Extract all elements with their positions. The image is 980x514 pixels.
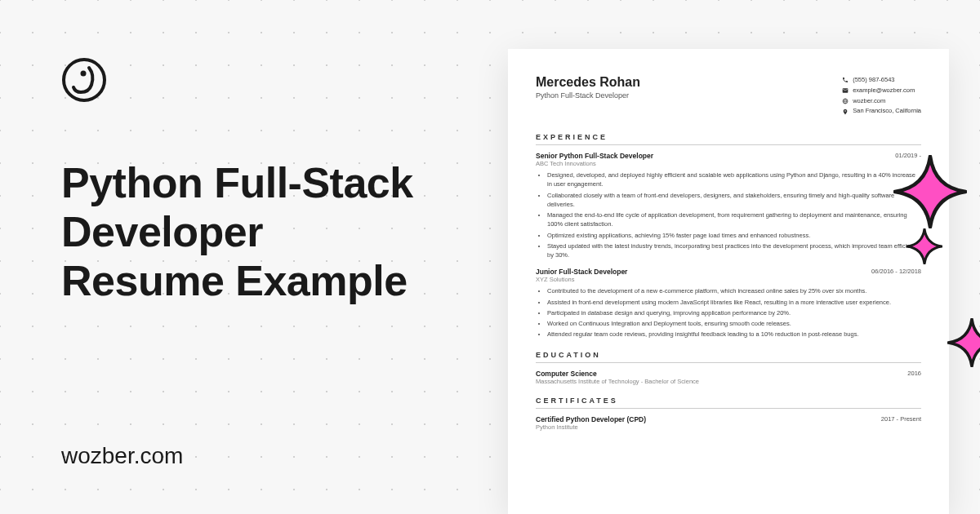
certificate-date: 2017 - Present (881, 415, 921, 423)
phone-icon (842, 77, 849, 83)
job-item: Junior Full-Stack Developer 06/2016 - 12… (536, 268, 921, 339)
contact-web: wozber.com (853, 96, 885, 107)
svg-point-0 (64, 60, 105, 100)
bullet: Stayed updated with the latest industry … (547, 241, 921, 260)
wozber-logo-icon (61, 57, 107, 106)
job-bullets: Contributed to the development of a new … (536, 286, 921, 339)
contact-phone: (555) 987-6543 (853, 75, 894, 86)
sparkle-icon (893, 155, 967, 232)
bullet: Worked on Continuous Integration and Dep… (547, 319, 921, 328)
bullet: Contributed to the development of a new … (547, 286, 921, 295)
site-url: wozber.com (61, 443, 183, 469)
headline-line-3: Resume Example (61, 257, 413, 306)
resume-contact: (555) 987-6543 example@wozber.com wozber… (842, 75, 921, 117)
resume-name: Mercedes Rohan (536, 75, 640, 90)
contact-location: San Francisco, California (853, 106, 921, 117)
section-certificates: CERTIFICATES (536, 397, 921, 409)
job-title: Junior Full-Stack Developer (536, 268, 627, 276)
certificate-name: Certified Python Developer (CPD) (536, 415, 646, 423)
education-item: Computer Science 2016 (536, 370, 921, 378)
sparkle-icon (906, 228, 942, 268)
email-icon (842, 87, 849, 94)
headline-line-2: Developer (61, 208, 413, 257)
bullet: Participated in database design and quer… (547, 308, 921, 317)
svg-point-1 (81, 71, 87, 77)
bullet: Assisted in front-end development using … (547, 298, 921, 307)
certificate-item: Certified Python Developer (CPD) 2017 - … (536, 415, 921, 423)
job-bullets: Designed, developed, and deployed highly… (536, 171, 921, 259)
bullet: Optimized existing applications, achievi… (547, 231, 921, 240)
job-company: XYZ Solutions (536, 276, 921, 283)
certificate-issuer: Python Institute (536, 423, 921, 431)
contact-email: example@wozber.com (853, 86, 915, 96)
location-icon (842, 109, 849, 115)
education-degree: Computer Science (536, 370, 597, 378)
job-company: ABC Tech Innovations (536, 160, 921, 167)
web-icon (842, 98, 849, 104)
resume-role: Python Full-Stack Developer (536, 91, 640, 100)
section-education: EDUCATION (536, 351, 921, 363)
resume-preview: Mercedes Rohan Python Full-Stack Develop… (508, 49, 949, 514)
bullet: Attended regular team code reviews, prov… (547, 330, 921, 339)
section-experience: EXPERIENCE (536, 133, 921, 145)
bullet: Managed the end-to-end life cycle of app… (547, 210, 921, 229)
resume-header: Mercedes Rohan Python Full-Stack Develop… (536, 75, 921, 117)
education-year: 2016 (907, 370, 921, 378)
job-title: Senior Python Full-Stack Developer (536, 152, 653, 160)
bullet: Designed, developed, and deployed highly… (547, 171, 921, 189)
headline-line-1: Python Full-Stack (61, 159, 413, 208)
bullet: Collaborated closely with a team of fron… (547, 191, 921, 210)
job-item: Senior Python Full-Stack Developer 01/20… (536, 152, 921, 259)
sparkle-icon (947, 318, 980, 370)
education-school: Massachusetts Institute of Technology - … (536, 378, 921, 385)
job-date: 06/2016 - 12/2018 (871, 268, 921, 276)
left-panel: Python Full-Stack Developer Resume Examp… (61, 0, 470, 514)
page-title: Python Full-Stack Developer Resume Examp… (61, 159, 413, 305)
